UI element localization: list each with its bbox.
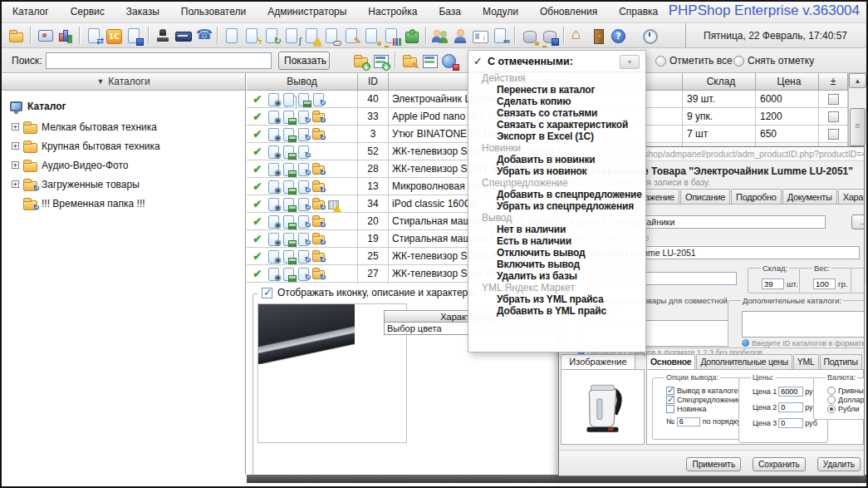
folder-icon[interactable]: ↻ bbox=[312, 127, 325, 141]
doc-chart-icon[interactable] bbox=[383, 27, 400, 44]
tab-5[interactable]: Документы bbox=[782, 189, 837, 205]
doc-pencil-icon[interactable]: ✎ bbox=[343, 27, 360, 44]
exp-icon[interactable]: ↻ bbox=[297, 110, 310, 124]
option-checkbox[interactable] bbox=[666, 396, 674, 404]
mark-checkbox[interactable] bbox=[828, 111, 839, 122]
show-button[interactable]: Показать bbox=[278, 52, 330, 70]
check-icon[interactable] bbox=[253, 249, 265, 264]
img-icon[interactable] bbox=[282, 249, 295, 264]
column-header[interactable]: Цена bbox=[756, 73, 819, 91]
doc-blank-icon[interactable] bbox=[223, 27, 240, 44]
help-icon[interactable] bbox=[610, 27, 626, 44]
sidebar-item[interactable]: +Крупная бытовая техника bbox=[10, 136, 240, 155]
expand-icon[interactable]: + bbox=[12, 123, 19, 131]
doc-exchange-icon[interactable]: ⇄ bbox=[86, 27, 102, 44]
check-icon[interactable] bbox=[253, 127, 265, 141]
sidebar-item[interactable]: +Аудио-Видео-Фото bbox=[10, 155, 240, 175]
mark-checkbox[interactable] bbox=[828, 94, 839, 105]
door-icon[interactable] bbox=[590, 27, 606, 44]
show-preview-checkbox[interactable] bbox=[262, 288, 272, 298]
folder-icon[interactable]: ↻ bbox=[312, 214, 325, 229]
img-icon[interactable] bbox=[297, 92, 310, 106]
exp-icon[interactable]: ↻ bbox=[312, 92, 325, 106]
option-checkbox[interactable] bbox=[666, 405, 674, 413]
img-icon[interactable] bbox=[282, 267, 295, 281]
menu-item[interactable]: Убрать из спецпредложения bbox=[468, 200, 645, 212]
doc-save-icon[interactable] bbox=[125, 27, 142, 44]
bottom-tab-4[interactable]: Подтипы bbox=[820, 354, 862, 369]
mark-checkbox[interactable] bbox=[828, 129, 839, 140]
catalog-root-item[interactable]: Каталог bbox=[10, 101, 240, 112]
doc-lightning-icon[interactable]: ϟ bbox=[243, 27, 260, 44]
menu-item[interactable]: Отключить вывод bbox=[468, 247, 645, 259]
folder-icon[interactable]: ↻ bbox=[312, 162, 325, 176]
eye-icon[interactable]: ◉ bbox=[267, 180, 280, 194]
exp-icon[interactable]: ↻ bbox=[297, 197, 310, 211]
sidebar-item[interactable]: ↻!!! Временная папка !!! bbox=[10, 194, 240, 213]
folder-add-icon[interactable]: + bbox=[352, 52, 369, 69]
chart-icon[interactable] bbox=[56, 27, 73, 44]
clock-icon[interactable] bbox=[641, 27, 658, 44]
img-icon[interactable] bbox=[282, 180, 295, 194]
folder-icon[interactable]: ↻ bbox=[312, 249, 325, 264]
menubar-item[interactable]: База bbox=[428, 2, 472, 22]
img-icon[interactable] bbox=[282, 162, 295, 176]
check-icon[interactable] bbox=[253, 214, 265, 229]
menu-item[interactable]: Связать со статьями bbox=[468, 107, 645, 119]
folder-icon[interactable]: ↻ bbox=[312, 267, 325, 281]
bottom-tab-2[interactable]: Дополнительные цены bbox=[696, 354, 792, 369]
globe-icon[interactable] bbox=[441, 52, 458, 69]
doc-binoculars-icon[interactable]: ∞ bbox=[492, 27, 508, 44]
img-icon[interactable] bbox=[282, 214, 295, 229]
eye-icon[interactable]: ◉ bbox=[267, 92, 280, 106]
eye-icon[interactable]: ◉ bbox=[267, 145, 280, 159]
eye-icon[interactable]: ◉ bbox=[267, 127, 280, 141]
folder-open-icon[interactable] bbox=[7, 27, 24, 44]
sidebar-item[interactable]: +↻Загруженные товары bbox=[10, 175, 240, 194]
folder-icon[interactable]: ↻ bbox=[312, 197, 325, 211]
menubar-item[interactable]: Администраторы bbox=[257, 2, 357, 22]
currency-radio[interactable] bbox=[827, 405, 836, 413]
exp-icon[interactable]: ↻ bbox=[297, 249, 310, 264]
exp-icon[interactable]: ↻ bbox=[297, 214, 310, 229]
menubar-item[interactable]: Справка bbox=[608, 2, 669, 22]
tab-4[interactable]: Подробно bbox=[731, 189, 782, 205]
window-icon[interactable] bbox=[421, 52, 438, 69]
folder-icon[interactable]: ↻ bbox=[312, 110, 325, 124]
menu-item[interactable]: Связать с характеристикой bbox=[468, 119, 645, 131]
eye-icon[interactable]: ◉ bbox=[267, 162, 280, 176]
delete-button[interactable]: Удалить bbox=[817, 457, 861, 471]
tab-6[interactable]: Характеристики bbox=[838, 189, 865, 205]
eye-icon[interactable]: ◉ bbox=[267, 267, 280, 281]
menubar-item[interactable]: Заказы bbox=[115, 2, 170, 22]
mark-all-radio[interactable] bbox=[655, 56, 666, 67]
eye-icon[interactable]: ◉ bbox=[267, 197, 280, 211]
expand-icon[interactable]: + bbox=[12, 142, 19, 150]
menu-item[interactable]: Убрать из новинок bbox=[468, 165, 645, 177]
expand-icon[interactable]: + bbox=[12, 161, 19, 169]
img-icon[interactable] bbox=[282, 197, 295, 211]
folder-edit-icon[interactable]: ✎ bbox=[401, 52, 418, 69]
price-input[interactable] bbox=[778, 402, 803, 412]
bottom-tab-1[interactable]: Основное bbox=[646, 354, 695, 369]
with-marked-header[interactable]: ✓ С отмеченными: ▼ bbox=[468, 51, 645, 72]
phone-icon[interactable] bbox=[194, 27, 211, 44]
image-tab[interactable]: Изображение bbox=[561, 354, 635, 369]
check-icon[interactable] bbox=[253, 180, 265, 194]
scrollbar-thumb[interactable] bbox=[850, 108, 866, 146]
exp-icon[interactable]: ↻ bbox=[297, 162, 310, 176]
users-icon[interactable] bbox=[432, 27, 449, 44]
eye-icon[interactable]: ◉ bbox=[267, 232, 280, 246]
folder-icon[interactable]: ↻ bbox=[312, 232, 325, 246]
check-icon[interactable] bbox=[253, 197, 265, 211]
img-icon[interactable] bbox=[282, 110, 295, 124]
order-input[interactable] bbox=[677, 417, 700, 426]
price-input[interactable] bbox=[778, 387, 803, 397]
exp-icon[interactable]: ↻ bbox=[297, 232, 310, 246]
puzzle-icon[interactable] bbox=[403, 27, 419, 44]
eye-icon[interactable]: ◉ bbox=[267, 110, 280, 124]
catalog-select-button[interactable]: … bbox=[851, 214, 865, 229]
exp-icon[interactable]: ↻ bbox=[297, 127, 310, 141]
exp-icon[interactable]: ↻ bbox=[297, 145, 310, 159]
menu-item[interactable]: Сделать копию bbox=[468, 96, 645, 107]
